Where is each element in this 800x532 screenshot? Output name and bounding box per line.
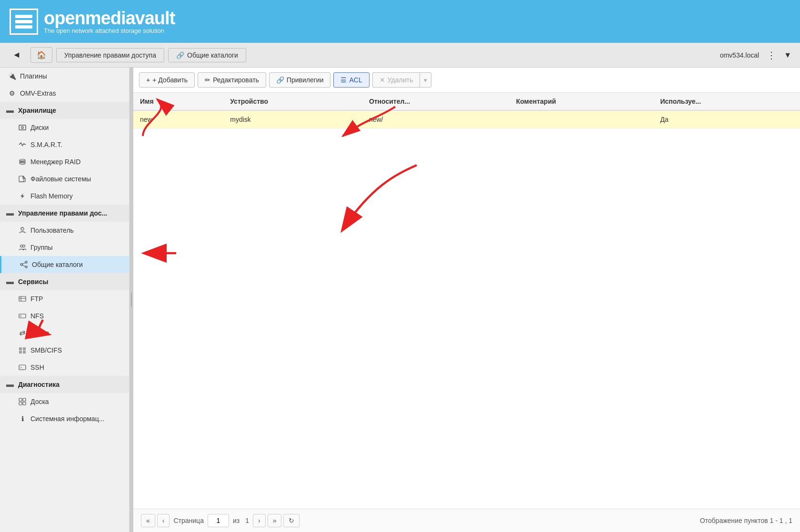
dashboard-icon: [18, 397, 27, 406]
dropdown-button[interactable]: ▼: [780, 48, 795, 62]
home-button[interactable]: 🏠: [30, 47, 52, 63]
smb-icon: [18, 346, 27, 355]
toolbar-bar: ◄ 🏠 Управление правами доступа 🔗 Общие к…: [0, 43, 800, 68]
more-options-button[interactable]: ⋮: [763, 47, 780, 64]
rsync-icon: [18, 329, 27, 337]
sidebar-item-smart[interactable]: S.M.A.R.T.: [0, 136, 129, 153]
table-row[interactable]: new mydisk new/ Да: [133, 110, 800, 128]
breadcrumb-share-label: Общие каталоги: [187, 51, 238, 59]
sidebar-section-services[interactable]: ▬ Сервисы: [0, 273, 129, 290]
table-body: new mydisk new/ Да: [133, 110, 800, 128]
sidebar-item-system-info[interactable]: ℹ Системная информац...: [0, 410, 129, 427]
svg-rect-28: [23, 398, 26, 401]
sidebar-section-label: Сервисы: [18, 278, 48, 286]
sidebar-item-label: Rsync: [30, 329, 49, 337]
sidebar-item-raid[interactable]: Менеджер RAID: [0, 153, 129, 170]
sidebar-item-disks[interactable]: Диски: [0, 119, 129, 136]
logo-text: openmediavault The open network attached…: [44, 9, 175, 34]
add-icon: +: [146, 76, 150, 84]
prev-page-button[interactable]: ‹: [157, 514, 170, 527]
privileges-button[interactable]: 🔗 Привилегии: [269, 72, 331, 88]
total-pages: 1: [245, 517, 249, 524]
svg-point-12: [25, 266, 27, 268]
sidebar-item-nfs[interactable]: NFS: [0, 307, 129, 325]
sidebar-item-label: S.M.A.R.T.: [30, 141, 62, 148]
col-name: Имя ↑: [133, 93, 223, 110]
sidebar: 🔌 Плагины ⚙ OMV-Extras ▬ Хранилище Диски…: [0, 68, 130, 532]
last-page-button[interactable]: »: [268, 514, 282, 527]
logo-icon: [10, 9, 38, 35]
svg-point-2: [22, 127, 23, 128]
privileges-icon: 🔗: [276, 76, 284, 84]
smart-icon: [18, 140, 27, 149]
page-number-input[interactable]: [208, 514, 229, 527]
svg-point-10: [23, 245, 25, 247]
svg-marker-7: [20, 193, 24, 199]
col-device: Устройство: [223, 93, 362, 110]
sidebar-item-ssh[interactable]: >_ SSH: [0, 359, 129, 376]
plugins-icon: 🔌: [8, 72, 16, 80]
main-layout: 🔌 Плагины ⚙ OMV-Extras ▬ Хранилище Диски…: [0, 68, 800, 532]
sidebar-item-flash-memory[interactable]: Flash Memory: [0, 187, 129, 205]
svg-rect-20: [20, 315, 21, 317]
table-header: Имя ↑ Устройство Относител... Коментарий…: [133, 93, 800, 110]
back-button[interactable]: ◄: [5, 46, 29, 64]
acl-label: ACL: [349, 76, 362, 84]
groups-icon: [18, 243, 27, 252]
svg-rect-30: [23, 402, 26, 405]
sidebar-section-diagnostics[interactable]: ▬ Диагностика: [0, 376, 129, 393]
sidebar-item-label: Диски: [30, 124, 49, 131]
pagination-bar: « ‹ Страница из 1 › » ↻ Отображение пунк…: [133, 509, 800, 532]
svg-rect-27: [19, 398, 22, 401]
breadcrumb-access-label: Управление правами доступа: [64, 51, 156, 59]
delete-icon: ✕: [380, 76, 385, 84]
sidebar-section-access-control[interactable]: ▬ Управление правами дос...: [0, 205, 129, 222]
sidebar-item-label: FTP: [30, 295, 43, 303]
svg-point-9: [20, 245, 23, 247]
sidebar-item-label: Файловые системы: [30, 175, 91, 183]
sidebar-item-label: SSH: [30, 364, 44, 371]
collapse-icon: ▬: [6, 106, 14, 115]
cell-name: new: [133, 110, 223, 128]
delete-dropdown-button[interactable]: ▾: [420, 72, 431, 88]
edit-button[interactable]: ✏ Редактировать: [198, 72, 266, 88]
breadcrumb-access-control[interactable]: Управление правами доступа: [56, 48, 164, 62]
refresh-button[interactable]: ↻: [283, 514, 300, 527]
breadcrumb-shared-folders[interactable]: 🔗 Общие каталоги: [168, 48, 246, 62]
sidebar-item-groups[interactable]: Группы: [0, 239, 129, 256]
app-header: openmediavault The open network attached…: [0, 0, 800, 43]
delete-button[interactable]: ✕ Удалить: [372, 72, 420, 88]
sidebar-item-dashboard[interactable]: Доска: [0, 393, 129, 410]
sidebar-item-smb-cifs[interactable]: SMB/CIFS: [0, 342, 129, 359]
sidebar-item-label: NFS: [30, 312, 44, 320]
sidebar-item-ftp[interactable]: FTP: [0, 290, 129, 307]
col-comment: Коментарий: [510, 93, 654, 110]
delete-label: Удалить: [388, 76, 413, 84]
sidebar-item-plugins[interactable]: 🔌 Плагины: [0, 68, 129, 85]
sidebar-item-label: SMB/CIFS: [30, 346, 62, 354]
svg-rect-16: [19, 296, 26, 301]
sysinfo-icon: ℹ: [18, 414, 27, 423]
resize-handle[interactable]: [130, 68, 133, 532]
first-page-button[interactable]: «: [141, 514, 155, 527]
sidebar-item-rsync[interactable]: Rsync: [0, 325, 129, 342]
acl-button[interactable]: ☰ ACL: [333, 72, 369, 88]
user-icon: [18, 226, 27, 235]
svg-text:>_: >_: [20, 366, 24, 370]
sidebar-item-label: Доска: [30, 398, 49, 405]
sidebar-item-users[interactable]: Пользователь: [0, 222, 129, 239]
logo-title: openmediavault: [44, 9, 175, 27]
svg-rect-24: [23, 351, 26, 354]
hostname-label: omv534.local: [720, 51, 760, 59]
add-button[interactable]: + + Добавить: [139, 72, 195, 88]
acl-icon: ☰: [340, 76, 347, 84]
cell-device: mydisk: [223, 110, 362, 128]
next-page-button[interactable]: ›: [253, 514, 266, 527]
sidebar-section-storage[interactable]: ▬ Хранилище: [0, 102, 129, 119]
cell-comment: [510, 110, 654, 128]
flash-icon: [18, 192, 27, 200]
svg-point-8: [21, 227, 24, 230]
sidebar-item-shared-folders[interactable]: Общие каталоги: [0, 256, 129, 273]
sidebar-item-omv-extras[interactable]: ⚙ OMV-Extras: [0, 85, 129, 102]
sidebar-item-filesystems[interactable]: Файловые системы: [0, 170, 129, 187]
